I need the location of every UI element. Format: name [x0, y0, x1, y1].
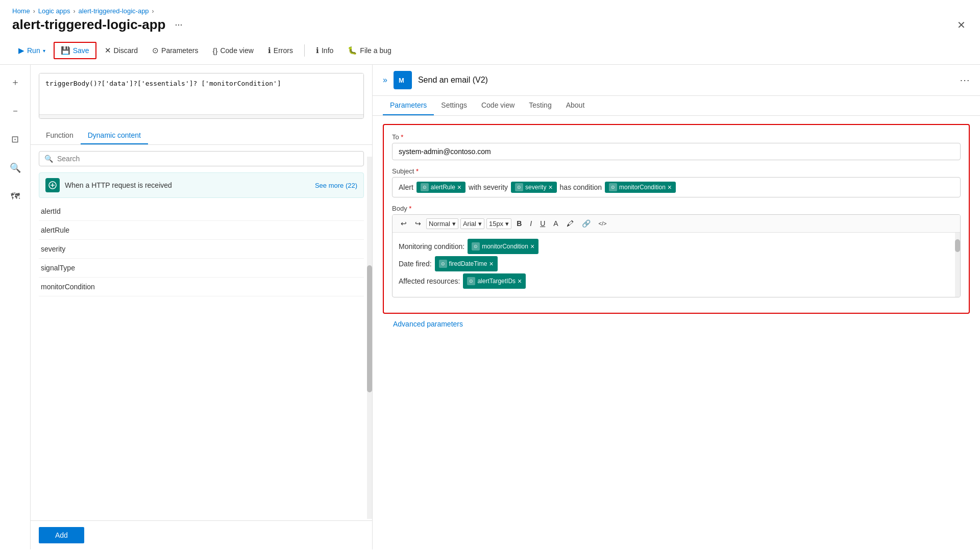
body-label: Body * — [392, 205, 961, 212]
tag-alert-target-ids[interactable]: ⊙ alertTargetIDs × — [463, 273, 526, 289]
font-family-chevron-icon: ▾ — [478, 220, 482, 228]
code-view-button[interactable]: {} Code view — [206, 43, 259, 58]
bold-button[interactable]: B — [513, 218, 525, 229]
to-field-group: To * — [392, 133, 961, 160]
formula-resize-handle[interactable] — [39, 114, 363, 118]
ellipsis-button[interactable]: ··· — [170, 18, 186, 31]
body-scrollbar[interactable] — [955, 233, 960, 297]
title-row: alert-triggered-logic-app ··· ✕ — [0, 15, 980, 37]
tab-testing[interactable]: Testing — [522, 96, 558, 115]
dynamic-list: alertId alertRule severity signalType mo… — [31, 202, 372, 520]
minus-icon[interactable]: － — [6, 102, 24, 120]
tag-icon-2: ⊙ — [515, 183, 523, 191]
tag-body-close-3[interactable]: × — [518, 278, 522, 285]
tag-body-close-1[interactable]: × — [530, 243, 534, 250]
formula-box: triggerBody()?['data']?['essentials']? [… — [39, 73, 364, 119]
tab-parameters[interactable]: Parameters — [383, 96, 434, 115]
discard-icon: ✕ — [105, 46, 111, 55]
formula-text[interactable]: triggerBody()?['data']?['essentials']? [… — [39, 73, 363, 114]
search-input[interactable] — [57, 155, 358, 163]
tag-monitor-condition-body[interactable]: ⊙ monitorCondition × — [468, 239, 538, 254]
italic-button[interactable]: I — [527, 218, 535, 229]
font-size-select[interactable]: 15px ▾ — [486, 218, 511, 229]
subject-input[interactable]: Alert ⊙ alertRule × with severity ⊙ seve… — [392, 177, 961, 197]
body-field-group: Body * ↩ ↪ Normal ▾ Arial — [392, 205, 961, 297]
to-input[interactable] — [392, 143, 961, 160]
chevron-icon: › — [33, 8, 35, 15]
list-item[interactable]: alertId — [39, 202, 364, 221]
file-bug-button[interactable]: 🐛 File a bug — [341, 43, 397, 58]
plus-icon[interactable]: ＋ — [6, 73, 24, 91]
body-line-date: Date fired: ⊙ firedDateTime × — [399, 256, 954, 271]
save-label: Save — [73, 46, 89, 55]
center-scroll-thumb — [367, 265, 372, 392]
expand-icon[interactable]: » — [383, 76, 387, 85]
http-trigger-left: When a HTTP request is received — [45, 178, 172, 192]
advanced-params[interactable]: Advanced parameters — [383, 314, 970, 334]
tab-function[interactable]: Function — [39, 127, 81, 144]
action-logo: M — [394, 71, 412, 89]
code-icon: {} — [212, 46, 217, 55]
redo-button[interactable]: ↪ — [412, 218, 424, 229]
tag-body-close-2[interactable]: × — [489, 260, 494, 267]
tag-monitor-condition[interactable]: ⊙ monitorCondition × — [605, 182, 676, 193]
fit-icon[interactable]: ⊡ — [6, 130, 24, 148]
tab-about[interactable]: About — [559, 96, 592, 115]
tag-close-icon-3[interactable]: × — [668, 184, 672, 191]
html-button[interactable]: </> — [596, 219, 610, 228]
tag-close-icon[interactable]: × — [457, 184, 461, 191]
date-fired-label: Date fired: — [399, 257, 432, 271]
font-color-button[interactable]: A — [550, 218, 561, 229]
undo-button[interactable]: ↩ — [398, 218, 410, 229]
breadcrumb-home[interactable]: Home — [12, 7, 30, 15]
breadcrumb: Home › Logic apps › alert-triggered-logi… — [12, 7, 154, 15]
close-button[interactable]: ✕ — [955, 19, 968, 31]
subject-label: Subject * — [392, 167, 961, 175]
body-editor: ↩ ↪ Normal ▾ Arial ▾ 15px — [392, 214, 961, 297]
bug-icon: 🐛 — [348, 46, 357, 55]
center-scrollbar[interactable] — [367, 157, 372, 519]
left-sidebar: ＋ － ⊡ 🔍 🗺 — [0, 65, 31, 549]
search-icon[interactable]: 🔍 — [6, 159, 24, 177]
run-button[interactable]: ▶ Run ▾ — [12, 43, 52, 58]
right-panel: » M Send an email (V2) ⋯ Parameters Sett… — [373, 65, 980, 549]
list-item[interactable]: severity — [39, 240, 364, 259]
errors-icon: ℹ — [268, 46, 271, 55]
breadcrumb-app[interactable]: alert-triggered-logic-app — [79, 7, 149, 15]
body-scroll-thumb — [955, 239, 960, 252]
parameters-button[interactable]: ⊙ Parameters — [146, 43, 204, 58]
affected-resources-label: Affected resources: — [399, 274, 460, 288]
discard-button[interactable]: ✕ Discard — [99, 43, 144, 58]
editor-content[interactable]: Monitoring condition: ⊙ monitorCondition… — [393, 233, 960, 297]
link-button[interactable]: 🔗 — [579, 218, 594, 229]
errors-button[interactable]: ℹ Errors — [262, 43, 299, 58]
tag-body-label-3: alertTargetIDs — [477, 275, 516, 287]
run-chevron-icon: ▾ — [43, 48, 45, 54]
see-more-link[interactable]: See more (22) — [315, 182, 357, 189]
tag-fired-datetime[interactable]: ⊙ firedDateTime × — [435, 256, 498, 271]
info-button[interactable]: ℹ Info — [310, 43, 339, 58]
underline-button[interactable]: U — [537, 218, 548, 229]
list-item[interactable]: monitorCondition — [39, 278, 364, 296]
search-box: 🔍 — [39, 151, 364, 166]
font-style-select[interactable]: Normal ▾ — [426, 218, 458, 229]
add-button-row: Add — [31, 520, 372, 549]
breadcrumb-logic-apps[interactable]: Logic apps — [38, 7, 70, 15]
save-button[interactable]: 💾 Save — [54, 42, 96, 59]
action-menu-icon[interactable]: ⋯ — [960, 74, 970, 86]
tab-settings[interactable]: Settings — [434, 96, 474, 115]
tab-dynamic-content[interactable]: Dynamic content — [81, 127, 148, 144]
list-item[interactable]: signalType — [39, 259, 364, 278]
tag-severity[interactable]: ⊙ severity × — [511, 182, 557, 193]
font-family-select[interactable]: Arial ▾ — [460, 218, 484, 229]
tab-code-view[interactable]: Code view — [474, 96, 522, 115]
list-item[interactable]: alertRule — [39, 221, 364, 240]
highlight-button[interactable]: 🖍 — [564, 218, 577, 229]
tag-close-icon-2[interactable]: × — [548, 184, 552, 191]
tag-alert-rule[interactable]: ⊙ alertRule × — [416, 182, 465, 193]
params-border-box: To * Subject * Alert ⊙ alertRule × — [383, 124, 970, 314]
add-button[interactable]: Add — [39, 527, 84, 543]
map-icon[interactable]: 🗺 — [6, 187, 24, 206]
editor-toolbar: ↩ ↪ Normal ▾ Arial ▾ 15px — [393, 215, 960, 233]
main-content: ＋ － ⊡ 🔍 🗺 triggerBody()?['data']?['essen… — [0, 65, 980, 549]
